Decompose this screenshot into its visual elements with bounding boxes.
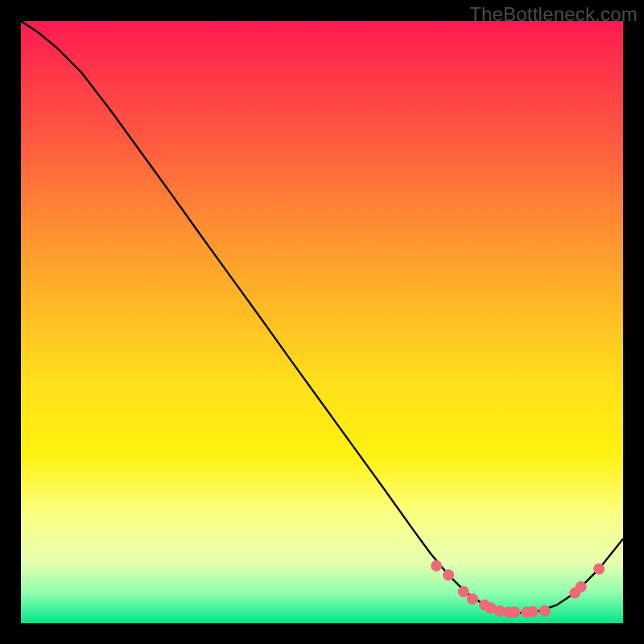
data-point (431, 560, 442, 572)
data-points-group (431, 560, 605, 618)
data-point (539, 605, 551, 617)
data-point (527, 606, 539, 617)
watermark-text: TheBottleneck.com (469, 3, 638, 26)
data-point (467, 593, 478, 605)
chart-canvas (21, 21, 623, 623)
chart-svg (21, 21, 623, 623)
data-point (576, 581, 587, 592)
data-point (443, 569, 454, 580)
data-point (458, 586, 469, 597)
data-point (593, 564, 605, 575)
data-point (509, 607, 520, 618)
bottleneck-curve (21, 21, 623, 613)
